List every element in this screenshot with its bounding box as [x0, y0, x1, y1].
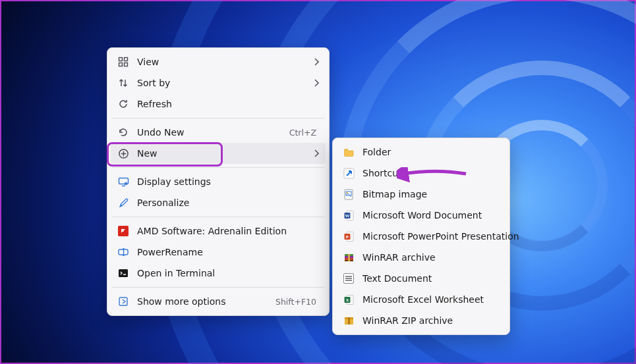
menu-item-shortcut: Shift+F10 — [275, 297, 316, 307]
svg-rect-2 — [119, 63, 123, 66]
annotation-highlight — [107, 142, 223, 167]
chevron-right-icon — [314, 58, 319, 66]
terminal-icon — [117, 267, 129, 279]
menu-item-label: Undo New — [137, 127, 281, 138]
bitmap-icon — [343, 188, 355, 200]
submenu-item-folder[interactable]: Folder — [336, 142, 506, 163]
word-icon: W — [343, 209, 355, 221]
submenu-item-text[interactable]: Text Document — [336, 268, 506, 289]
menu-item-amd[interactable]: AMD Software: Adrenalin Edition — [111, 221, 326, 242]
svg-rect-10 — [119, 298, 127, 305]
excel-icon: X — [343, 294, 355, 305]
desktop-background[interactable]: View Sort by Refresh Undo New Ctrl+Z — [0, 0, 636, 364]
submenu-item-label: Microsoft Word Document — [362, 210, 500, 221]
svg-rect-0 — [119, 58, 123, 61]
menu-separator — [112, 287, 324, 288]
svg-rect-1 — [125, 58, 128, 61]
svg-rect-3 — [125, 63, 128, 66]
desktop-context-menu: View Sort by Refresh Undo New Ctrl+Z — [107, 47, 330, 316]
winrar-icon — [343, 251, 355, 263]
submenu-item-label: Folder — [362, 147, 500, 157]
submenu-item-label: Microsoft PowerPoint Presentation — [362, 231, 519, 242]
menu-item-label: Show more options — [137, 296, 268, 307]
submenu-item-winrar-zip[interactable]: WinRAR ZIP archive — [336, 310, 506, 331]
menu-separator — [112, 167, 324, 168]
submenu-item-word[interactable]: W Microsoft Word Document — [336, 205, 506, 226]
submenu-item-powerpoint[interactable]: P Microsoft PowerPoint Presentation — [336, 226, 506, 247]
chevron-right-icon — [314, 149, 319, 157]
amd-icon — [117, 225, 129, 237]
svg-rect-31 — [348, 317, 350, 325]
ppt-icon: P — [343, 230, 355, 242]
submenu-item-label: WinRAR archive — [362, 252, 500, 263]
powerrename-icon — [117, 246, 129, 258]
submenu-item-label: Microsoft Excel Worksheet — [362, 294, 500, 305]
sort-icon — [117, 77, 129, 89]
menu-item-label: Open in Terminal — [137, 268, 319, 278]
svg-text:P: P — [345, 234, 349, 240]
menu-item-label: Sort by — [137, 78, 306, 88]
svg-rect-9 — [119, 269, 128, 277]
submenu-item-bitmap[interactable]: Bitmap image — [336, 184, 506, 205]
submenu-item-label: Bitmap image — [362, 189, 500, 199]
chevron-right-icon — [314, 79, 319, 87]
menu-item-display-settings[interactable]: Display settings — [111, 171, 326, 192]
new-submenu: Folder Shortcut Bitmap image W Microsoft… — [332, 138, 510, 335]
svg-point-6 — [124, 182, 127, 184]
menu-item-sort-by[interactable]: Sort by — [111, 72, 326, 93]
submenu-item-shortcut[interactable]: Shortcut — [336, 163, 506, 184]
menu-item-label: Refresh — [137, 99, 319, 109]
svg-rect-25 — [348, 254, 350, 261]
menu-item-personalize[interactable]: Personalize — [111, 192, 326, 213]
menu-separator — [112, 118, 324, 118]
menu-item-label: View — [137, 57, 306, 67]
view-icon — [117, 56, 129, 68]
menu-separator — [112, 217, 324, 217]
menu-item-label: AMD Software: Adrenalin Edition — [137, 226, 319, 236]
menu-item-view[interactable]: View — [111, 51, 326, 72]
folder-icon — [343, 146, 355, 158]
personalize-icon — [117, 197, 129, 209]
menu-item-refresh[interactable]: Refresh — [111, 93, 326, 115]
svg-text:X: X — [345, 298, 349, 303]
menu-item-label: PowerRename — [137, 247, 319, 257]
menu-item-label: Display settings — [137, 176, 319, 187]
winrarzip-icon — [343, 315, 355, 326]
more-icon — [117, 296, 129, 307]
svg-text:W: W — [345, 213, 349, 219]
menu-item-shortcut: Ctrl+Z — [289, 128, 316, 138]
submenu-item-label: Shortcut — [362, 168, 500, 178]
menu-item-terminal[interactable]: Open in Terminal — [111, 263, 326, 284]
refresh-icon — [117, 98, 129, 110]
submenu-item-label: Text Document — [362, 273, 500, 284]
menu-item-show-more[interactable]: Show more options Shift+F10 — [111, 291, 326, 312]
submenu-item-excel[interactable]: X Microsoft Excel Worksheet — [336, 289, 506, 310]
menu-item-label: Personalize — [137, 197, 319, 208]
shortcut-icon — [343, 167, 355, 179]
submenu-item-label: WinRAR ZIP archive — [362, 315, 500, 326]
text-icon — [343, 273, 355, 284]
undo-icon — [117, 126, 129, 138]
display-icon — [117, 176, 129, 188]
submenu-item-winrar[interactable]: WinRAR archive — [336, 247, 506, 268]
menu-item-powerrename[interactable]: PowerRename — [111, 242, 326, 263]
menu-item-undo[interactable]: Undo New Ctrl+Z — [111, 122, 326, 143]
